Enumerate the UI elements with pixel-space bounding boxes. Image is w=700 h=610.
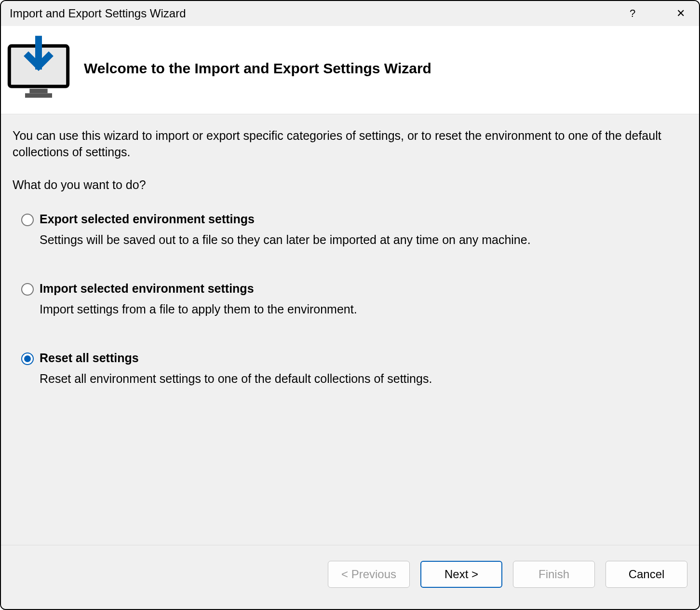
radio-reset[interactable] xyxy=(21,352,34,365)
footer-buttons: < Previous Next > Finish Cancel xyxy=(1,545,699,609)
content-area: You can use this wizard to import or exp… xyxy=(1,114,699,545)
radio-export[interactable] xyxy=(21,214,34,226)
option-import-title: Import selected environment settings xyxy=(40,282,357,296)
option-reset-text: Reset all settings Reset all environment… xyxy=(40,351,432,386)
previous-button[interactable]: < Previous xyxy=(328,561,410,588)
close-button[interactable]: ✕ xyxy=(671,7,690,20)
finish-button[interactable]: Finish xyxy=(513,561,595,588)
option-export-desc: Settings will be saved out to a file so … xyxy=(40,233,531,247)
titlebar: Import and Export Settings Wizard ? ✕ xyxy=(1,1,699,26)
next-button[interactable]: Next > xyxy=(420,561,502,588)
option-reset-desc: Reset all environment settings to one of… xyxy=(40,372,432,386)
page-heading: Welcome to the Import and Export Setting… xyxy=(84,60,431,77)
option-export-text: Export selected environment settings Set… xyxy=(40,212,531,247)
option-export[interactable]: Export selected environment settings Set… xyxy=(21,212,687,247)
option-import-text: Import selected environment settings Imp… xyxy=(40,282,357,316)
help-button[interactable]: ? xyxy=(623,7,642,20)
svg-rect-2 xyxy=(25,93,52,97)
window-title: Import and Export Settings Wizard xyxy=(10,7,186,20)
wizard-dialog: Import and Export Settings Wizard ? ✕ We… xyxy=(0,0,700,610)
cancel-button[interactable]: Cancel xyxy=(606,561,687,588)
header-band: Welcome to the Import and Export Setting… xyxy=(1,26,699,114)
radio-import[interactable] xyxy=(21,283,34,296)
option-import[interactable]: Import selected environment settings Imp… xyxy=(21,282,687,316)
option-reset[interactable]: Reset all settings Reset all environment… xyxy=(21,351,687,386)
option-reset-title: Reset all settings xyxy=(40,351,432,365)
titlebar-controls: ? ✕ xyxy=(623,7,690,20)
prompt-text: What do you want to do? xyxy=(13,178,687,192)
option-export-title: Export selected environment settings xyxy=(40,212,531,226)
svg-rect-1 xyxy=(29,89,47,93)
intro-text: You can use this wizard to import or exp… xyxy=(13,128,687,161)
import-monitor-icon xyxy=(5,35,72,102)
option-import-desc: Import settings from a file to apply the… xyxy=(40,302,357,316)
options-group: Export selected environment settings Set… xyxy=(13,212,687,386)
